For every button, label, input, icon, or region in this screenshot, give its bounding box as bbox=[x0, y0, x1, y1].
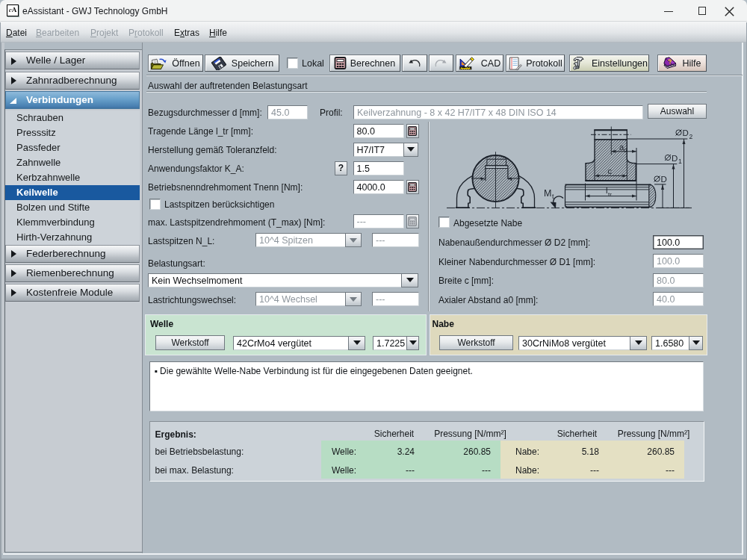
svg-text:D: D bbox=[672, 154, 678, 163]
svg-text:1: 1 bbox=[678, 158, 682, 165]
svg-text:tr: tr bbox=[608, 191, 612, 198]
svg-text:c: c bbox=[608, 167, 613, 175]
svg-text:M: M bbox=[544, 188, 551, 199]
svg-text:2: 2 bbox=[689, 133, 693, 140]
svg-text:0: 0 bbox=[624, 147, 627, 154]
svg-text:D: D bbox=[683, 128, 689, 137]
svg-text:D: D bbox=[661, 175, 667, 184]
svg-text:?: ? bbox=[668, 57, 673, 66]
